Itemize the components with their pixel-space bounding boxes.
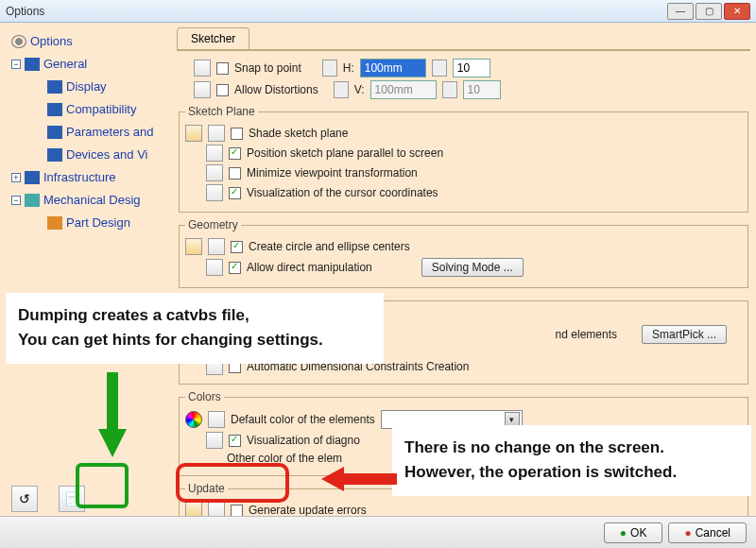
ok-button[interactable]: ●OK [604, 522, 663, 543]
checkbox-position[interactable] [229, 147, 241, 160]
collapse-icon[interactable]: − [11, 60, 21, 69]
cancel-icon: ● [684, 526, 691, 539]
close-button[interactable]: ✕ [724, 3, 750, 20]
lock-icon[interactable] [432, 60, 447, 77]
annotation-op-l1: There is no change on the screen. [404, 436, 739, 460]
svg-rect-0 [107, 372, 118, 429]
dialog-footer: ●OK ●Cancel [0, 516, 756, 548]
label-direct: Allow direct manipulation [247, 261, 372, 274]
tree-display[interactable]: Display [47, 76, 171, 98]
label-shade: Shade sketch plane [249, 127, 348, 140]
minimize-button[interactable]: — [667, 3, 694, 20]
checkbox-minimize[interactable] [229, 167, 241, 180]
tree-general-label: General [43, 53, 87, 76]
input-v-grad [463, 80, 501, 99]
green-arrow-icon [98, 372, 127, 470]
tree-parameters[interactable]: Parameters and [47, 121, 171, 144]
lock-icon[interactable] [194, 60, 211, 77]
lock-icon[interactable] [206, 164, 223, 181]
ok-label: OK [630, 526, 646, 539]
checkbox-direct-manip[interactable] [229, 262, 241, 274]
lock-icon[interactable] [208, 502, 225, 516]
bottom-toolbar: ↺ 📄 [11, 486, 85, 512]
options-tree: Options −General Display Compatibility P… [0, 23, 175, 516]
tab-sketcher[interactable]: Sketcher [177, 27, 249, 49]
collapse-icon[interactable]: − [11, 196, 21, 205]
lock-icon[interactable] [206, 259, 223, 276]
legend-colors: Colors [185, 390, 224, 403]
title-bar: Options — ▢ ✕ [0, 0, 756, 23]
label-elements: nd elements [556, 328, 617, 341]
tab-row: Sketcher [177, 26, 750, 51]
tree-devices[interactable]: Devices and Vi [47, 144, 171, 166]
solving-mode-button[interactable]: Solving Mode ... [421, 258, 524, 277]
annotation-dump-l1: Dumping creates a catvbs file, [18, 303, 371, 328]
label-circle: Create circle and ellipse centers [249, 240, 410, 253]
label-vis-diag: Visualization of diagno [247, 434, 360, 447]
color-wheel-icon [185, 411, 202, 428]
smartpick-button[interactable]: SmartPick ... [642, 325, 727, 344]
tree-root[interactable]: Options [11, 30, 171, 53]
infra-icon [25, 171, 40, 184]
checkbox-allow-distortions[interactable] [216, 84, 229, 96]
label-h: H: [343, 61, 354, 75]
tree-mech-label: Mechanical Desig [43, 189, 141, 212]
tree-partdesign[interactable]: Part Design [47, 212, 171, 234]
display-icon [47, 80, 62, 94]
input-h-spacing[interactable] [360, 59, 426, 77]
lock-icon[interactable] [334, 81, 349, 98]
maximize-button[interactable]: ▢ [696, 3, 722, 20]
tree-part-label: Part Design [66, 212, 130, 234]
tree-mechdesign[interactable]: −Mechanical Desig [11, 189, 171, 212]
lock-icon[interactable] [322, 60, 337, 77]
expand-icon[interactable]: + [11, 173, 21, 182]
tree-display-label: Display [66, 76, 107, 98]
input-v-spacing [370, 80, 437, 99]
reset-settings-button[interactable]: ↺ [11, 486, 38, 512]
folder-icon [25, 58, 40, 71]
lock-icon[interactable] [208, 238, 225, 255]
part-icon [47, 216, 62, 230]
tree-compatibility[interactable]: Compatibility [47, 98, 171, 121]
group-geometry: Geometry Create circle and ellipse cente… [179, 218, 748, 288]
legend-geometry: Geometry [185, 218, 241, 231]
red-highlight-box [176, 463, 289, 503]
svg-marker-2 [321, 467, 397, 491]
lock-icon[interactable] [208, 125, 225, 142]
svg-marker-1 [98, 429, 127, 457]
lock-icon[interactable] [208, 411, 225, 428]
annotation-operation: There is no change on the screen. Howeve… [392, 425, 751, 496]
lock-icon[interactable] [206, 145, 223, 162]
checkbox-vis-diag[interactable] [229, 435, 241, 447]
lock-icon[interactable] [206, 432, 223, 449]
tree-infra[interactable]: +Infrastructure [11, 166, 171, 189]
gear-icon [11, 35, 26, 48]
annotation-op-l2: However, the operation is switched. [404, 460, 739, 485]
tree-devices-label: Devices and Vi [66, 144, 147, 166]
mech-icon [25, 194, 40, 207]
group-sketchplane: Sketch Plane Shade sketch plane Position… [179, 105, 748, 213]
label-allow: Allow Distortions [234, 83, 318, 96]
cancel-button[interactable]: ●Cancel [668, 522, 747, 543]
check-icon: ● [620, 526, 627, 539]
checkbox-shade[interactable] [231, 128, 243, 140]
label-snap: Snap to point [234, 61, 301, 75]
red-arrow-icon [321, 465, 397, 496]
tree-general[interactable]: −General [11, 53, 171, 76]
tree-infra-label: Infrastructure [43, 166, 116, 189]
reset-icon[interactable] [185, 125, 202, 142]
reset-icon[interactable] [185, 238, 202, 255]
tree-root-label: Options [30, 30, 73, 53]
reset-icon[interactable] [185, 502, 202, 516]
checkbox-snap[interactable] [216, 62, 229, 75]
checkbox-circle-centers[interactable] [231, 241, 243, 253]
lock-icon[interactable] [206, 184, 223, 201]
checkbox-cursor-vis[interactable] [229, 187, 241, 199]
param-icon [47, 126, 62, 139]
label-default-color: Default color of the elements [231, 413, 375, 426]
input-h-grad[interactable] [453, 59, 490, 77]
checkbox-gen-errors[interactable] [231, 505, 243, 517]
lock-icon[interactable] [442, 81, 457, 98]
legend-sketchplane: Sketch Plane [185, 105, 258, 118]
lock-icon[interactable] [194, 81, 211, 98]
